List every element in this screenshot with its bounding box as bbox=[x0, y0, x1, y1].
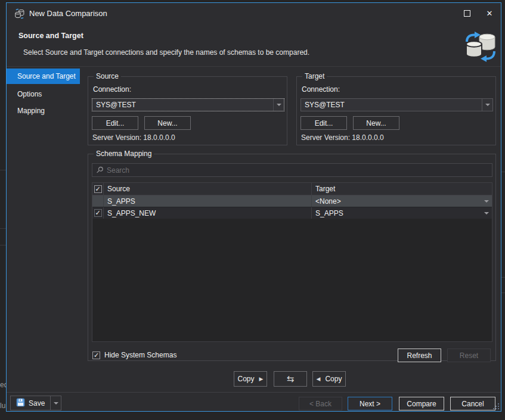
target-server-version: Server Version: 18.0.0.0.0 bbox=[301, 133, 384, 142]
search-icon bbox=[96, 166, 104, 174]
data-comparison-icon bbox=[14, 8, 25, 19]
save-button[interactable]: Save bbox=[11, 396, 50, 410]
chevron-down-icon bbox=[484, 200, 489, 203]
row-target-value: <None> bbox=[315, 197, 341, 206]
sidebar-item-source-and-target[interactable]: Source and Target bbox=[7, 69, 80, 84]
sidebar-item-mapping[interactable]: Mapping bbox=[7, 103, 80, 119]
page-title: Source and Target bbox=[18, 32, 83, 40]
schema-mapping-group: Schema Mapping ✓ Source Target bbox=[88, 154, 496, 361]
row-source-cell[interactable]: S_APPS bbox=[104, 195, 312, 207]
close-button[interactable]: ✕ bbox=[481, 7, 498, 20]
hide-system-schemas-label: Hide System Schemas bbox=[104, 351, 176, 359]
sidebar-item-label: Mapping bbox=[17, 107, 45, 115]
check-icon: ✓ bbox=[94, 352, 99, 359]
new-data-comparison-dialog: New Data Comparison ✕ Source and Target … bbox=[6, 2, 501, 412]
select-all-cell[interactable]: ✓ bbox=[92, 183, 104, 195]
row-target-cell[interactable]: <None> bbox=[312, 195, 492, 207]
database-sync-icon bbox=[462, 30, 499, 64]
target-connection-label: Connection: bbox=[302, 85, 340, 94]
footer-divider bbox=[7, 392, 501, 393]
target-group: Target Connection: SYS@TEST Edit... New.… bbox=[296, 76, 496, 145]
check-icon: ✓ bbox=[95, 186, 100, 192]
background-text-fragment: lu bbox=[0, 402, 6, 410]
target-new-button[interactable]: New... bbox=[353, 116, 399, 130]
select-all-checkbox[interactable]: ✓ bbox=[94, 185, 102, 193]
swap-button[interactable]: ⇆ bbox=[274, 371, 307, 387]
copy-right-label: Copy bbox=[238, 375, 255, 383]
compare-button[interactable]: Compare bbox=[399, 397, 444, 410]
row-target-cell[interactable]: S_APPS bbox=[312, 207, 492, 219]
target-group-label: Target bbox=[302, 72, 327, 80]
row-checkbox[interactable]: ✓ bbox=[94, 209, 102, 217]
close-icon: ✕ bbox=[487, 9, 493, 18]
target-edit-button[interactable]: Edit... bbox=[300, 116, 347, 130]
resize-grip-dots bbox=[498, 408, 499, 409]
arrow-right-icon: ▶ bbox=[259, 376, 264, 382]
cancel-button[interactable]: Cancel bbox=[450, 397, 495, 410]
row-checkbox-cell[interactable] bbox=[92, 195, 104, 207]
source-server-version: Server Version: 18.0.0.0.0 bbox=[92, 133, 175, 142]
check-icon: ✓ bbox=[95, 210, 100, 216]
background-divider bbox=[501, 172, 505, 172]
target-connection-combobox[interactable]: SYS@TEST bbox=[300, 98, 493, 111]
next-button[interactable]: Next > bbox=[348, 397, 392, 410]
source-column-header[interactable]: Source bbox=[104, 183, 312, 195]
table-header-row: ✓ Source Target bbox=[92, 183, 492, 195]
table-row[interactable]: S_APPS <None> bbox=[92, 195, 492, 207]
arrow-left-icon: ◀ bbox=[317, 376, 321, 382]
background-text-fragment: ed bbox=[0, 381, 6, 389]
header-divider bbox=[7, 66, 501, 67]
table-row[interactable]: ✓ S_APPS_NEW S_APPS bbox=[92, 207, 492, 219]
swap-arrows-icon: ⇆ bbox=[287, 374, 295, 384]
copy-to-source-button[interactable]: ◀ Copy bbox=[312, 371, 346, 387]
copy-left-label: Copy bbox=[325, 375, 342, 383]
maximize-icon bbox=[464, 10, 470, 17]
source-connection-combobox[interactable]: SYS@TEST bbox=[92, 98, 284, 111]
background-divider bbox=[501, 277, 505, 278]
save-dropdown-button[interactable] bbox=[50, 396, 61, 410]
sidebar-item-label: Options bbox=[17, 90, 42, 98]
background-divider bbox=[0, 170, 6, 170]
sidebar-item-label: Source and Target bbox=[17, 72, 76, 80]
hide-system-schemas-checkbox[interactable]: ✓ bbox=[92, 351, 100, 359]
background-divider bbox=[501, 293, 505, 293]
page-subtitle: Select Source and Target connections and… bbox=[23, 48, 309, 57]
source-new-button[interactable]: New... bbox=[144, 116, 191, 130]
reset-button[interactable]: Reset bbox=[447, 349, 491, 362]
target-connection-value: SYS@TEST bbox=[301, 99, 482, 111]
titlebar[interactable]: New Data Comparison ✕ bbox=[7, 3, 501, 24]
schema-search-box[interactable] bbox=[92, 163, 492, 177]
maximize-button[interactable] bbox=[458, 7, 476, 20]
target-connection-dropdown-button[interactable] bbox=[482, 99, 492, 111]
source-group-label: Source bbox=[94, 72, 121, 80]
sidebar-item-options[interactable]: Options bbox=[7, 86, 80, 102]
desktop-background: ed lu New Data Comparison ✕ bbox=[0, 0, 505, 420]
schema-mapping-table: ✓ Source Target S_APPS <None> ✓ bbox=[92, 182, 492, 342]
row-target-value: S_APPS bbox=[315, 209, 343, 217]
target-column-header[interactable]: Target bbox=[312, 183, 492, 195]
source-connection-dropdown-button[interactable] bbox=[273, 99, 284, 111]
source-edit-button[interactable]: Edit... bbox=[92, 116, 138, 130]
save-split-button[interactable]: Save bbox=[10, 396, 61, 410]
hide-system-schemas-control[interactable]: ✓ Hide System Schemas bbox=[92, 351, 176, 359]
row-checkbox-cell[interactable]: ✓ bbox=[92, 207, 104, 219]
copy-to-target-button[interactable]: Copy ▶ bbox=[234, 371, 267, 387]
window-title: New Data Comparison bbox=[29, 9, 107, 18]
background-divider bbox=[0, 245, 6, 245]
schema-mapping-group-label: Schema Mapping bbox=[94, 150, 154, 158]
background-divider bbox=[0, 228, 6, 229]
row-source-cell[interactable]: S_APPS_NEW bbox=[104, 207, 312, 219]
save-icon bbox=[16, 398, 25, 409]
back-button[interactable]: < Back bbox=[299, 397, 342, 410]
chevron-down-icon bbox=[485, 104, 490, 106]
save-label: Save bbox=[29, 399, 45, 407]
source-connection-label: Connection: bbox=[93, 85, 131, 94]
refresh-button[interactable]: Refresh bbox=[398, 349, 441, 362]
chevron-down-icon bbox=[277, 104, 281, 106]
resize-grip[interactable] bbox=[492, 403, 499, 409]
source-group: Source Connection: SYS@TEST Edit... New.… bbox=[88, 76, 287, 145]
chevron-down-icon bbox=[484, 212, 489, 214]
source-connection-value: SYS@TEST bbox=[92, 99, 273, 111]
search-input[interactable] bbox=[107, 166, 492, 175]
chevron-down-icon bbox=[54, 402, 58, 405]
